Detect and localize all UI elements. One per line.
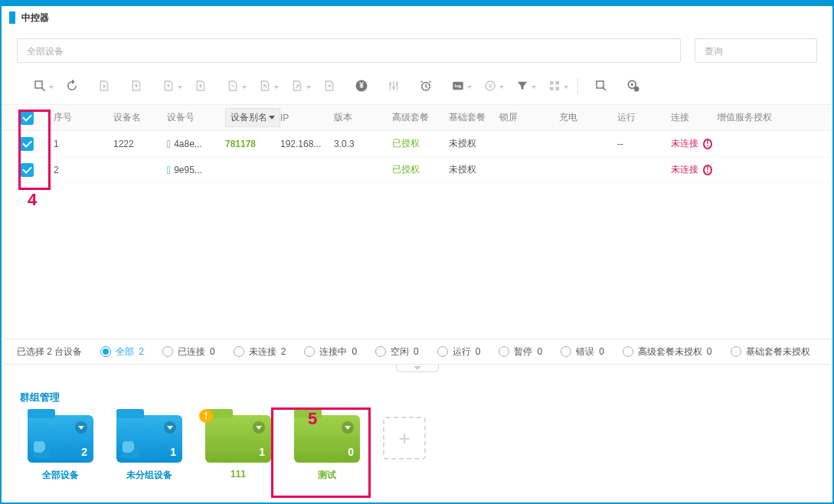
row-checkbox[interactable] [20,137,34,151]
sliders-button[interactable] [378,75,409,97]
filter-paused[interactable]: 暂停0 [499,345,542,358]
yen-button[interactable]: ¥ [346,75,377,97]
title-bar: 中控器 [2,6,832,29]
add-group-button[interactable]: + [383,417,426,460]
group-111[interactable]: !1 111 [205,415,271,479]
doc-wrench-button[interactable] [282,75,312,97]
chevron-down-icon[interactable] [253,421,265,434]
apple-icon:  [167,164,171,176]
select-all-checkbox[interactable] [20,111,34,125]
doc-add-button[interactable] [153,75,184,97]
col-charge[interactable]: 充电 [559,111,617,124]
col-run[interactable]: 运行 [617,111,671,124]
collapse-handle[interactable] [396,365,439,372]
col-pkg[interactable]: 高级套餐 [392,111,449,124]
table-row[interactable]: 1 1222 4a8e... 781178 192.168... 3.0.3 … [2,131,832,157]
doc-cancel-button[interactable] [250,75,280,97]
filter-connecting[interactable]: 连接中0 [304,345,357,358]
warning-icon [703,165,712,175]
doc-remove-button[interactable] [217,75,248,97]
col-seq[interactable]: 序号 [54,111,113,124]
selected-count: 已选择 2 台设备 [17,345,82,358]
apple-icon:  [167,138,171,150]
filter-button[interactable] [507,75,538,97]
filter-running[interactable]: 运行0 [437,345,481,358]
puzzle-icon [123,441,139,458]
col-alias[interactable]: 设备别名 [225,108,280,127]
svg-point-5 [396,83,398,85]
svg-point-0 [297,85,299,87]
filter-connected[interactable]: 已连接0 [162,345,215,358]
col-base[interactable]: 基础套餐 [449,111,499,124]
svg-point-3 [389,83,391,85]
filter-idle[interactable]: 空闲0 [375,345,419,358]
col-name[interactable]: 设备名 [113,111,167,124]
svg-rect-11 [550,81,554,85]
group-management-title: 群组管理 [20,391,60,404]
gear-badge-button[interactable] [618,75,649,97]
filter-all[interactable]: 全部2 [100,345,144,358]
chevron-down-icon[interactable] [164,421,176,434]
svg-text:¥: ¥ [488,83,492,90]
filter-disconnected[interactable]: 未连接2 [234,345,286,358]
warning-badge-icon: ! [199,409,213,423]
filter-error[interactable]: 错误0 [561,345,604,358]
chevron-down-icon[interactable] [75,421,87,434]
refresh-button[interactable] [57,75,87,97]
group-all-devices[interactable]: 2 全部设备 [28,415,93,482]
warning-icon [703,139,712,149]
svg-point-17 [631,83,633,86]
query-input[interactable]: 查询 [695,38,817,63]
doc-arrow-button[interactable] [314,75,345,97]
annotation-label-5: 5 [308,409,317,429]
row-checkbox[interactable] [20,163,34,177]
svg-text:log: log [455,83,462,88]
col-ip[interactable]: IP [280,113,334,123]
col-ver[interactable]: 版本 [334,111,392,124]
grid-button[interactable] [539,75,570,97]
filter-unauth-basic[interactable]: 基础套餐未授权 [731,345,810,358]
device-search-input[interactable]: 全部设备 [17,38,681,63]
export-button[interactable] [586,75,617,97]
col-num[interactable]: 设备号 [167,111,225,124]
group-ungrouped-devices[interactable]: 1 未分组设备 [116,415,182,482]
title-flag-icon [9,11,15,24]
table-header-row: 序号 设备名 设备号 设备别名 IP 版本 高级套餐 基础套餐 锁屏 充电 运行… [2,105,832,131]
svg-point-18 [634,87,639,92]
puzzle-icon [34,441,51,458]
doc-upload-button[interactable] [185,75,216,97]
col-lock[interactable]: 锁屏 [499,111,559,124]
doc-download-button[interactable] [121,75,152,97]
toolbar: ¥ log ¥ [2,72,832,104]
svg-text:¥: ¥ [359,81,364,90]
col-svc[interactable]: 增值服务授权 [717,111,801,124]
svg-rect-13 [550,87,554,91]
table-row[interactable]: 2 9e95... 已授权 未授权 未连接 [2,157,832,183]
log-button[interactable]: log [443,75,473,97]
annotation-label-4: 4 [28,190,37,210]
select-tool-button[interactable] [25,75,55,97]
status-bar: 已选择 2 台设备 全部2 已连接0 未连接2 连接中0 空闲0 运行0 暂停0… [3,339,831,365]
svg-point-4 [393,87,395,89]
svg-rect-12 [556,81,560,85]
alarm-button[interactable] [410,75,441,97]
doc-play-button[interactable] [89,75,119,97]
annotation-box-5 [271,407,371,498]
filter-unauth-premium[interactable]: 高级套餐未授权0 [623,345,712,358]
col-conn[interactable]: 连接 [671,111,717,124]
svg-rect-14 [556,87,560,91]
currency-outline-button[interactable]: ¥ [475,75,505,97]
page-title: 中控器 [21,11,49,25]
